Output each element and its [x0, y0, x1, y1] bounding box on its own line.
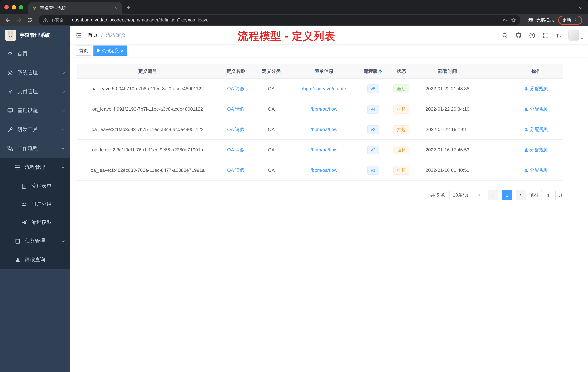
breadcrumb-home[interactable]: 首页 [88, 32, 98, 39]
row-filler [480, 140, 510, 160]
user-menu[interactable]: ▾ [568, 30, 583, 41]
tag-close-icon[interactable]: × [121, 48, 124, 53]
browser-menu-dots-icon[interactable]: ⋮ [573, 17, 578, 23]
form-info-link[interactable]: /bpm/oa/flow [311, 127, 337, 132]
assign-rule-link[interactable]: 分配规则 [524, 146, 549, 153]
user-icon [524, 127, 528, 131]
assign-rule-label: 分配规则 [530, 146, 549, 153]
sidebar-item-label: 研发工具 [17, 126, 38, 133]
hamburger-icon[interactable] [70, 26, 88, 44]
minimize-window-button[interactable] [12, 5, 16, 10]
forward-icon[interactable] [14, 15, 24, 25]
definition-id: oa_leave:1:482ec033-762a-11ec-8477-a2380… [77, 160, 219, 180]
definition-name-link[interactable]: OA 请假 [227, 167, 244, 173]
page-size-select[interactable]: 10条/页 ▼ [450, 190, 484, 200]
sidebar-item-process-management[interactable]: 流程管理 [0, 158, 70, 177]
definition-id: oa_leave:3:1fad3d93-7b75-11ec-a3c8-acde4… [77, 119, 219, 140]
sidebar-item-label: 基础设施 [17, 107, 38, 114]
form-info-link[interactable]: /bpm/oa/leave/create [302, 86, 346, 91]
favicon-leaf-icon [32, 5, 37, 11]
prev-page-button[interactable] [488, 190, 498, 200]
new-tab-button[interactable]: + [122, 4, 135, 14]
incognito-icon [528, 17, 534, 23]
form-info-link[interactable]: /bpm/oa/flow [311, 106, 337, 112]
definition-name-link[interactable]: OA 请假 [227, 106, 244, 111]
url-host: dashboard.yudao.iocoder.cn [72, 17, 129, 22]
address-bar[interactable]: 不安全 dashboard.yudao.iocoder.cn/bpm/manag… [39, 15, 520, 25]
logo-avatar [5, 30, 16, 41]
send-icon [21, 220, 27, 225]
monitor-icon [7, 108, 13, 114]
sidebar-item-devtools[interactable]: 研发工具 [0, 120, 70, 139]
version-tag: v4 [367, 105, 379, 113]
table-row: oa_leave:1:482ec033-762a-11ec-8477-a2380… [77, 160, 563, 180]
pagination-total: 共 5 条 [430, 192, 445, 198]
table-header-row: 定义编号 定义名称 定义分类 表单信息 流程版本 状态 部署时间 操作 [77, 65, 563, 78]
definition-name-link[interactable]: OA 请假 [227, 127, 244, 132]
sidebar-item-system[interactable]: 系统管理 [0, 63, 70, 82]
col-header-form-info: 表单信息 [289, 65, 358, 78]
definition-name-link[interactable]: OA 请假 [227, 147, 244, 152]
sidebar-item-user-group[interactable]: 用户分组 [0, 195, 70, 213]
back-icon[interactable] [3, 15, 13, 25]
goto-page: 前往 页 [529, 190, 563, 200]
security-label[interactable]: 不安全 [51, 17, 64, 23]
font-size-icon[interactable]: T↕ [556, 32, 561, 38]
fullscreen-icon[interactable] [543, 32, 549, 38]
clipboard-icon [15, 238, 20, 244]
sidebar: 芋道管理系统 首页 系统管理 ¥ 支付管理 [0, 26, 70, 372]
github-icon[interactable] [515, 32, 522, 39]
col-header-definition-id: 定义编号 [77, 65, 219, 78]
pagination: 共 5 条 10条/页 ▼ 1 前往 页 [77, 190, 563, 200]
sidebar-item-workflow[interactable]: 工作流程 [0, 139, 70, 158]
assign-rule-link[interactable]: 分配规则 [524, 106, 549, 112]
caret-down-icon: ▾ [581, 36, 583, 41]
table-row: oa_leave:5:004b710b-7b8a-11ec-8ef0-acde4… [77, 78, 563, 99]
password-key-icon[interactable] [503, 17, 508, 23]
form-info-link[interactable]: /bpm/oa/flow [311, 147, 337, 153]
definition-name-link[interactable]: OA 请假 [227, 86, 244, 91]
goto-page-input[interactable] [541, 190, 556, 200]
definition-category: OA [253, 119, 289, 140]
close-window-button[interactable] [4, 5, 9, 10]
sidebar-logo[interactable]: 芋道管理系统 [0, 26, 70, 44]
zoom-window-button[interactable] [19, 5, 23, 10]
sidebar-item-label: 任务管理 [25, 238, 45, 244]
breadcrumb-current: 流程定义 [106, 32, 126, 39]
tag-label: 流程定义 [101, 47, 119, 54]
col-header-definition-category: 定义分类 [253, 65, 289, 78]
dashboard-icon [7, 51, 13, 57]
sidebar-item-task-management[interactable]: 任务管理 [0, 231, 70, 251]
tag-home[interactable]: 首页 [76, 45, 91, 56]
assign-rule-link[interactable]: 分配规则 [524, 167, 549, 174]
sidebar-item-leave-query[interactable]: 请假查询 [0, 251, 70, 269]
bookmark-star-icon[interactable] [511, 17, 516, 23]
reload-icon[interactable] [25, 15, 35, 25]
url-text[interactable]: dashboard.yudao.iocoder.cn/bpm/manager/d… [72, 17, 209, 22]
next-page-button[interactable] [516, 190, 526, 200]
assign-rule-link[interactable]: 分配规则 [524, 85, 549, 92]
assign-rule-label: 分配规则 [530, 85, 549, 92]
help-icon[interactable]: ? [529, 32, 535, 38]
avatar[interactable] [568, 30, 579, 41]
sidebar-item-payment[interactable]: ¥ 支付管理 [0, 82, 70, 101]
browser-tabstrip: 芋道管理系统 × + [0, 0, 588, 14]
tab-close-icon[interactable]: × [114, 5, 118, 11]
assign-rule-link[interactable]: 分配规则 [524, 126, 549, 133]
chevron-down-icon [61, 90, 65, 94]
sidebar-item-process-model[interactable]: 流程模型 [0, 213, 70, 231]
user-icon [524, 107, 528, 111]
browser-tab[interactable]: 芋道管理系统 × [28, 2, 122, 14]
tag-process-definition[interactable]: 流程定义 × [94, 45, 127, 56]
search-icon[interactable] [502, 32, 508, 38]
update-button[interactable]: 更新 ⋮ [558, 15, 582, 25]
sidebar-item-process-form[interactable]: 流程表单 [0, 177, 70, 195]
user-group-icon [21, 201, 27, 207]
form-info-link[interactable]: /bpm/oa/flow [311, 167, 337, 173]
tab-search-chevron-icon[interactable] [578, 6, 588, 14]
wrench-icon [7, 127, 13, 132]
sidebar-item-infrastructure[interactable]: 基础设施 [0, 101, 70, 120]
sidebar-item-home[interactable]: 首页 [0, 44, 70, 63]
url-path: /bpm/manager/definition?key=oa_leave [129, 17, 209, 22]
current-page-button[interactable]: 1 [502, 190, 512, 200]
